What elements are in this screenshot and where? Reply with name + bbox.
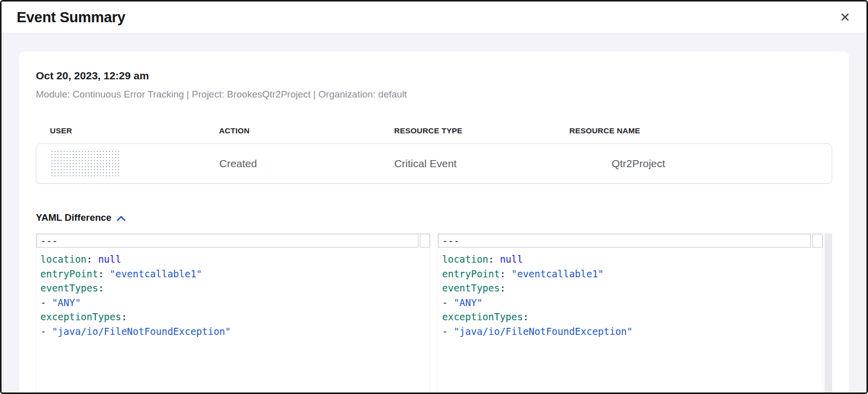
table-header-row: USER ACTION RESOURCE TYPE RESOURCE NAME [36,126,832,135]
modal-title: Event Summary [17,9,125,26]
yaml-panel-right[interactable]: --- location: nullentryPoint: "eventcall… [438,233,823,392]
resource-type-cell: Critical Event [394,158,569,170]
event-summary-modal: Event Summary ✕ Oct 20, 2023, 12:29 am M… [0,0,868,394]
yaml-difference-toggle[interactable]: YAML Difference [36,212,126,223]
yaml-diff-container: --- location: nullentryPoint: "eventcall… [36,233,832,392]
chevron-up-icon [117,216,126,221]
event-card: Oct 20, 2023, 12:29 am Module: Continuou… [19,52,849,392]
event-timestamp: Oct 20, 2023, 12:29 am [36,70,832,82]
vertical-scrollbar[interactable] [825,233,832,392]
code-first-line: --- [36,234,418,248]
yaml-panel-right-wrap: --- location: nullentryPoint: "eventcall… [438,233,832,392]
column-header-resource-name: RESOURCE NAME [569,126,832,135]
column-header-resource-type: RESOURCE TYPE [394,126,569,135]
redacted-user-avatar [50,150,119,177]
column-header-user: USER [36,126,219,135]
code-first-line: --- [438,234,811,248]
yaml-panel-left-wrap: --- location: nullentryPoint: "eventcall… [36,233,430,392]
yaml-difference-label: YAML Difference [36,212,112,223]
resource-name-cell: Qtr2Project [569,158,832,170]
scrollbar-corner[interactable] [812,234,823,248]
yaml-panel-left[interactable]: --- location: nullentryPoint: "eventcall… [36,233,430,392]
panel-topbar: --- [438,234,823,248]
panel-topbar: --- [36,234,430,248]
modal-body: Oct 20, 2023, 12:29 am Module: Continuou… [2,33,866,392]
table-row: Created Critical Event Qtr2Project [36,143,832,184]
scrollbar-corner[interactable] [420,234,430,248]
modal-header: Event Summary ✕ [2,2,866,33]
code-body: location: nullentryPoint: "eventcallable… [438,248,823,343]
user-cell [36,150,219,177]
event-meta: Module: Continuous Error Tracking | Proj… [36,89,832,100]
action-cell: Created [219,158,394,170]
close-button[interactable]: ✕ [839,9,851,26]
code-body: location: nullentryPoint: "eventcallable… [36,248,430,343]
close-icon: ✕ [840,10,850,24]
column-header-action: ACTION [219,126,394,135]
event-table: USER ACTION RESOURCE TYPE RESOURCE NAME … [36,126,832,184]
